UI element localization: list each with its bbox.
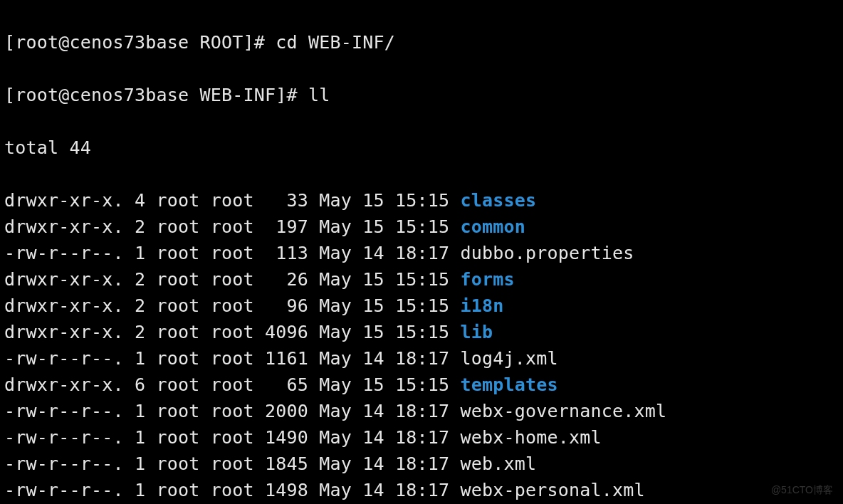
directory-name: lib: [461, 322, 493, 342]
file-name: webx-governance.xml: [461, 401, 667, 421]
file-name: dubbo.properties: [461, 243, 634, 263]
listing-meta: drwxr-xr-x. 6 root root 65 May 15 15:15: [4, 374, 461, 395]
listing-meta: -rw-r--r--. 1 root root 2000 May 14 18:1…: [4, 401, 461, 421]
listing-row: drwxr-xr-x. 2 root root 26 May 15 15:15 …: [4, 266, 839, 293]
directory-name: forms: [461, 269, 515, 290]
file-name: webx-home.xml: [461, 427, 602, 448]
file-name: webx-personal.xml: [461, 480, 645, 500]
listing-row: drwxr-xr-x. 2 root root 4096 May 15 15:1…: [4, 319, 839, 345]
listing-row: -rw-r--r--. 1 root root 1845 May 14 18:1…: [4, 451, 839, 477]
directory-name: common: [461, 216, 526, 237]
listing-meta: drwxr-xr-x. 2 root root 197 May 15 15:15: [4, 216, 461, 237]
file-name: log4j.xml: [461, 348, 558, 369]
directory-name: i18n: [461, 295, 504, 316]
terminal[interactable]: [root@cenos73base ROOT]# cd WEB-INF/ [ro…: [0, 0, 843, 504]
listing-meta: drwxr-xr-x. 2 root root 26 May 15 15:15: [4, 269, 461, 290]
file-name: web.xml: [461, 453, 537, 474]
listing-meta: -rw-r--r--. 1 root root 1498 May 14 18:1…: [4, 480, 461, 500]
listing-row: -rw-r--r--. 1 root root 2000 May 14 18:1…: [4, 398, 839, 424]
listing-meta: -rw-r--r--. 1 root root 113 May 14 18:17: [4, 243, 461, 263]
prompt-line-0: [root@cenos73base ROOT]# cd WEB-INF/: [4, 29, 839, 56]
command-0: cd WEB-INF/: [276, 32, 395, 53]
listing-meta: drwxr-xr-x. 2 root root 96 May 15 15:15: [4, 295, 461, 316]
listing-row: -rw-r--r--. 1 root root 1161 May 14 18:1…: [4, 345, 839, 372]
listing-meta: -rw-r--r--. 1 root root 1845 May 14 18:1…: [4, 453, 461, 474]
listing-meta: drwxr-xr-x. 2 root root 4096 May 15 15:1…: [4, 322, 461, 342]
listing-meta: -rw-r--r--. 1 root root 1490 May 14 18:1…: [4, 427, 461, 448]
listing-meta: drwxr-xr-x. 4 root root 33 May 15 15:15: [4, 190, 461, 211]
directory-name: templates: [461, 374, 558, 395]
listing-meta: -rw-r--r--. 1 root root 1161 May 14 18:1…: [4, 348, 461, 369]
total-line: total 44: [4, 135, 839, 161]
listing-row: drwxr-xr-x. 2 root root 197 May 15 15:15…: [4, 214, 839, 240]
listing-row: drwxr-xr-x. 2 root root 96 May 15 15:15 …: [4, 293, 839, 319]
prompt-line-1: [root@cenos73base WEB-INF]# ll: [4, 82, 839, 108]
directory-name: classes: [461, 190, 537, 211]
listing-row: -rw-r--r--. 1 root root 113 May 14 18:17…: [4, 240, 839, 266]
listing-row: drwxr-xr-x. 6 root root 65 May 15 15:15 …: [4, 372, 839, 398]
listing-row: -rw-r--r--. 1 root root 1490 May 14 18:1…: [4, 424, 839, 451]
command-1: ll: [308, 85, 330, 105]
listing-row: -rw-r--r--. 1 root root 1498 May 14 18:1…: [4, 477, 839, 503]
listing-row: drwxr-xr-x. 4 root root 33 May 15 15:15 …: [4, 187, 839, 214]
